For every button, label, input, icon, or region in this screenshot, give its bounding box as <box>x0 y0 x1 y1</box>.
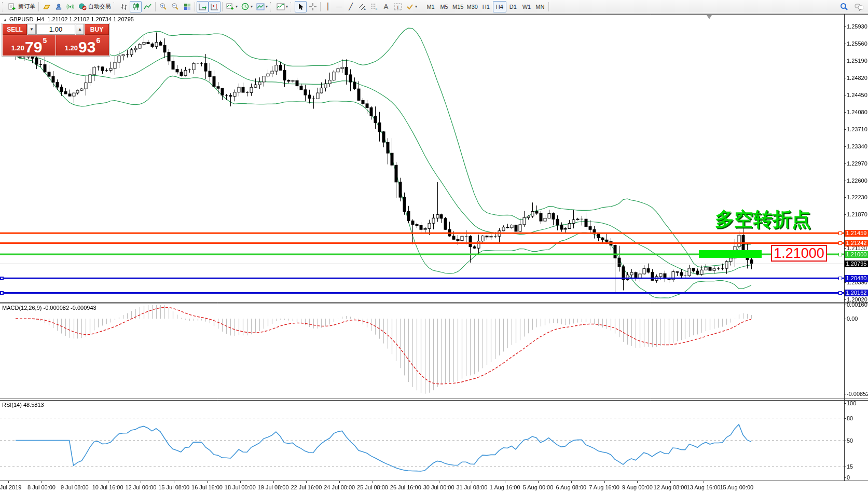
hline-handle[interactable] <box>838 277 842 280</box>
hline-left-handle[interactable] <box>0 277 4 280</box>
time-axis-label: 5 Aug 00:00 <box>523 484 554 490</box>
toolbar-separator <box>155 2 156 11</box>
timeframe-m1[interactable]: M1 <box>424 1 437 12</box>
bid-pip-digit: 5 <box>43 36 47 45</box>
tile-windows-button[interactable] <box>181 1 193 12</box>
new-chart-button[interactable]: ▾ <box>224 1 239 12</box>
chart-shift-button[interactable] <box>209 1 221 12</box>
new-order-icon <box>8 3 17 11</box>
signals-icon <box>66 3 75 11</box>
crosshair-button[interactable] <box>307 1 319 12</box>
chart-shift-marker[interactable] <box>707 15 712 19</box>
autotrading-label: 自动交易 <box>88 3 111 10</box>
ask-price-button[interactable]: 1.20 93 6 <box>56 35 109 56</box>
turning-point-annotation: 多空转折点 <box>715 207 811 232</box>
signals-button[interactable] <box>64 1 76 12</box>
timeframe-d1[interactable]: D1 <box>506 1 520 12</box>
chat-icon <box>855 3 863 11</box>
volume-down-button[interactable]: ▼ <box>27 24 36 35</box>
text-label-button[interactable]: T <box>392 1 404 12</box>
price-badge-1.21242: 1.21242 <box>845 240 868 246</box>
rsi-axis-tick: 15 <box>847 463 853 470</box>
equidistant-channel-icon: E <box>358 3 367 11</box>
timeframe-m30[interactable]: M30 <box>465 1 479 12</box>
chart-title: ▲GBPUSD-,H4 1.21102 1.21102 1.20734 1.20… <box>3 16 134 22</box>
volume-input[interactable]: 1.00 <box>36 24 75 35</box>
toolbar: 新订单 自动交易 <box>0 0 868 13</box>
timeframe-h1[interactable]: H1 <box>479 1 493 12</box>
time-axis-label: 16 Jul 16:00 <box>191 484 223 490</box>
autotrading-button[interactable]: 自动交易 <box>76 1 113 12</box>
collapse-panel-icon[interactable]: ▲ <box>3 18 7 22</box>
chat-button[interactable] <box>853 1 865 12</box>
hline-left-handle[interactable] <box>0 291 4 295</box>
time-axis-label: 9 Aug 00:00 <box>622 484 653 490</box>
toolbar-grip <box>2 2 4 11</box>
arrows-button[interactable]: ▾ <box>404 1 419 12</box>
buy-button[interactable]: BUY <box>85 24 109 35</box>
bar-chart-icon <box>119 3 128 11</box>
chart-symbol-period: GBPUSD-,H4 <box>9 16 44 22</box>
time-axis-label: 26 Jul 16:00 <box>390 484 421 490</box>
timeframe-mn[interactable]: MN <box>533 1 547 12</box>
ask-big-digits: 93 <box>78 40 95 54</box>
trendline-button[interactable]: ╱ <box>345 1 356 12</box>
timeframe-label: H4 <box>496 4 503 10</box>
timeframe-m5[interactable]: M5 <box>437 1 451 12</box>
dropdown-caret: ▾ <box>286 4 288 9</box>
candlestick-chart-button[interactable] <box>130 1 142 12</box>
ask-prefix: 1.20 <box>65 44 78 52</box>
price-badge-1.21459: 1.21459 <box>845 230 868 237</box>
text-button[interactable]: A <box>380 1 392 12</box>
time-axis-label: 1 Aug 16:00 <box>490 484 520 490</box>
hline-handle[interactable] <box>838 253 842 256</box>
clock-icon <box>241 3 250 11</box>
zoom-in-button[interactable] <box>157 1 169 12</box>
sell-button[interactable]: SELL <box>3 24 27 35</box>
timeframe-h4[interactable]: H4 <box>493 1 506 12</box>
timeframe-m15[interactable]: M15 <box>451 1 465 12</box>
volume-up-button[interactable]: ▲ <box>76 24 84 35</box>
hline-handle[interactable] <box>838 231 842 235</box>
bid-big-digits: 79 <box>25 40 42 54</box>
community-button[interactable] <box>52 1 64 12</box>
rsi-axis-tick: 80 <box>847 415 853 421</box>
price-axis-tick: 1.24820 <box>847 75 867 81</box>
time-axis-label: 24 Jul 00:00 <box>324 484 355 490</box>
indicators-button[interactable]: ▾ <box>274 1 290 12</box>
timeframe-w1[interactable]: W1 <box>520 1 533 12</box>
zoom-out-button[interactable] <box>169 1 181 12</box>
tile-windows-icon <box>183 3 191 11</box>
bar-chart-button[interactable] <box>118 1 130 12</box>
chart-canvas[interactable] <box>0 0 868 493</box>
time-axis-label: 19 Jul 08:00 <box>258 484 289 490</box>
hline-handle[interactable] <box>838 241 842 245</box>
auto-scroll-button[interactable] <box>197 1 209 12</box>
new-order-button[interactable]: 新订单 <box>6 1 37 12</box>
channel-button[interactable]: E <box>356 1 368 12</box>
dropdown-caret: ▾ <box>251 4 253 9</box>
bid-price-button[interactable]: 1.20 79 5 <box>3 35 56 56</box>
timeframe-label: MN <box>535 4 544 10</box>
horizontal-line-button[interactable]: — <box>334 1 345 12</box>
line-chart-button[interactable] <box>142 1 154 12</box>
price-axis-tick: 1.24080 <box>847 109 867 115</box>
rsi-axis-tick: 100 <box>847 400 856 406</box>
candlestick-chart-icon <box>131 3 140 11</box>
new-order-label: 新订单 <box>18 3 35 10</box>
ask-pip-digit: 6 <box>96 36 100 45</box>
search-button[interactable] <box>838 1 850 12</box>
cursor-button[interactable] <box>295 1 307 12</box>
spin-down-icon: ▼ <box>30 27 34 32</box>
time-axis-label: 8 Jul 00:00 <box>27 484 56 490</box>
vertical-line-button[interactable]: │ <box>322 1 334 12</box>
profiles-button[interactable]: ▾ <box>239 1 254 12</box>
templates-button[interactable]: ▾ <box>254 1 269 12</box>
line-chart-icon <box>143 3 152 11</box>
price-axis-tick: 1.23340 <box>847 143 867 149</box>
rsi-axis-tick: 0 <box>847 474 850 481</box>
gold-ingot-button[interactable] <box>40 1 52 12</box>
indicators-icon <box>276 3 285 11</box>
fibonacci-button[interactable]: F <box>368 1 380 12</box>
hline-handle[interactable] <box>838 291 842 295</box>
